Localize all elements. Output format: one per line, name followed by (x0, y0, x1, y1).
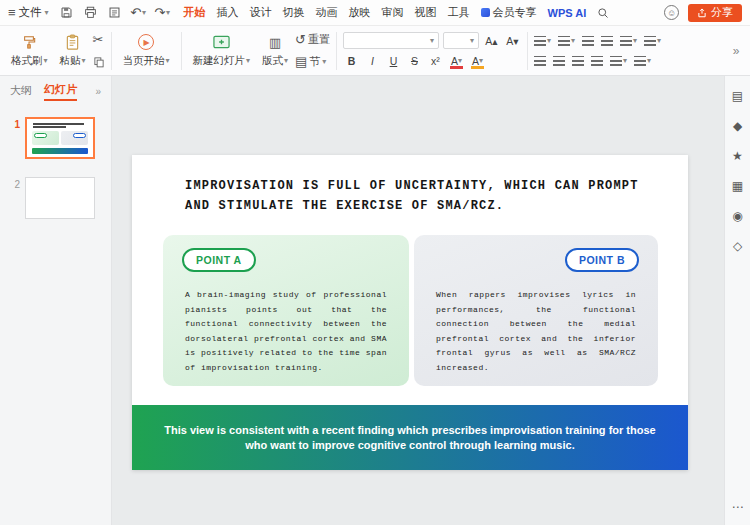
preview-button[interactable] (107, 5, 122, 20)
justify-button[interactable] (591, 54, 603, 68)
bullets-button[interactable]: ▾ (534, 34, 551, 48)
numbering-button[interactable]: ▾ (558, 34, 575, 48)
increase-indent-button[interactable] (601, 34, 613, 48)
print-button[interactable] (83, 5, 98, 20)
file-menu[interactable]: ≡ 文件 ▾ (8, 5, 49, 20)
divider (111, 32, 112, 70)
new-slide-icon (213, 35, 230, 49)
columns-icon (644, 36, 656, 46)
chevron-down-icon: ▾ (322, 58, 326, 66)
tab-slideshow[interactable]: 放映 (349, 5, 371, 20)
line-spacing-button[interactable]: ▾ (634, 54, 651, 68)
slide-number: 1 (5, 117, 20, 130)
format-painter-button[interactable]: 格式刷▾ (6, 31, 53, 70)
properties-icon[interactable]: ▤ (730, 88, 746, 104)
tab-slides[interactable]: 幻灯片 (44, 82, 77, 101)
tab-tools[interactable]: 工具 (448, 5, 470, 20)
tab-insert[interactable]: 插入 (217, 5, 239, 20)
panel-tabs: 大纲 幻灯片 » (0, 76, 111, 105)
font-family-select[interactable]: ▾ (343, 32, 439, 49)
numbering-icon (558, 36, 570, 46)
point-b-pill[interactable]: POINT B (565, 248, 639, 272)
font-color-button[interactable]: A▾ (448, 53, 465, 69)
cut-button[interactable]: ✂ (93, 32, 105, 47)
panel-expand-icon[interactable]: » (95, 86, 101, 97)
save-icon (60, 6, 73, 19)
search-button[interactable] (597, 7, 609, 19)
paste-button[interactable]: 粘贴▾ (53, 31, 93, 70)
divider (336, 32, 337, 70)
tab-review[interactable]: 审阅 (382, 5, 404, 20)
tab-transition[interactable]: 切换 (283, 5, 305, 20)
point-a-textbox[interactable]: A brain-imaging study of professional pi… (185, 288, 387, 375)
point-b-textbox[interactable]: When rappers improvises lyrics in perfor… (436, 288, 636, 375)
tab-view[interactable]: 视图 (415, 5, 437, 20)
distribute-button[interactable]: ▾ (610, 54, 627, 68)
underline-button[interactable]: U (385, 53, 402, 69)
editing-canvas[interactable]: IMPROVISATION IS FULL OF UNCERTAINTY, WH… (112, 76, 724, 525)
slide-title-textbox[interactable]: IMPROVISATION IS FULL OF UNCERTAINTY, WH… (185, 176, 657, 216)
slide-thumbnail-row-1: 1 (5, 117, 106, 159)
new-slide-button[interactable]: 新建幻灯片▾ (188, 31, 256, 70)
align-right-button[interactable] (572, 54, 584, 68)
tab-design[interactable]: 设计 (250, 5, 272, 20)
decrease-font-button[interactable]: A▾ (504, 33, 521, 49)
tab-member[interactable]: 会员专享 (481, 5, 537, 20)
point-b-box[interactable]: POINT B When rappers improvises lyrics i… (414, 235, 658, 386)
play-from-current-button[interactable]: ▶ 当页开始▾ (118, 31, 175, 70)
divider (181, 32, 182, 70)
bold-button[interactable]: B (343, 53, 360, 69)
chevron-down-icon: ▾ (470, 37, 474, 45)
mini-title-line (33, 126, 66, 128)
share-button[interactable]: 分享 (688, 4, 742, 22)
tab-outline[interactable]: 大纲 (10, 83, 32, 100)
copy-button[interactable] (93, 54, 105, 69)
chevron-down-icon: ▾ (479, 57, 483, 65)
save-button[interactable] (59, 5, 74, 20)
text-direction-button[interactable]: ▾ (620, 34, 637, 48)
more-tools-icon[interactable]: ⋯ (730, 499, 746, 515)
tab-animation[interactable]: 动画 (316, 5, 338, 20)
italic-button[interactable]: I (364, 53, 381, 69)
justify-icon (591, 56, 603, 66)
ribbon-expand-button[interactable]: » (728, 34, 744, 68)
comments-icon[interactable]: ◉ (730, 208, 746, 224)
slide-thumbnail-1[interactable] (25, 117, 95, 159)
slide-thumbnail-2[interactable] (25, 177, 95, 219)
tools-icon[interactable]: ◇ (730, 238, 746, 254)
point-a-pill[interactable]: POINT A (182, 248, 256, 272)
member-badge-icon (481, 8, 490, 17)
reset-button[interactable]: ↺重置 (295, 32, 330, 47)
theme-icon[interactable]: ☺ (664, 5, 679, 20)
section-button[interactable]: ▤节▾ (295, 54, 330, 69)
tab-member-label: 会员专享 (493, 5, 537, 20)
align-left-button[interactable] (534, 54, 546, 68)
ribbon-tabs: 开始 插入 设计 切换 动画 放映 审阅 视图 工具 会员专享 WPS AI (184, 5, 610, 20)
undo-button[interactable]: ↶ ▾ (131, 5, 146, 20)
point-a-box[interactable]: POINT A A brain-imaging study of profess… (163, 235, 409, 386)
align-center-button[interactable] (553, 54, 565, 68)
chevron-down-icon: ▾ (246, 57, 250, 65)
highlight-color-button[interactable]: A▾ (469, 53, 486, 69)
mini-point-boxes (30, 131, 90, 145)
superscript-button[interactable]: x² (427, 53, 444, 69)
slide-1[interactable]: IMPROVISATION IS FULL OF UNCERTAINTY, WH… (132, 155, 688, 470)
favorites-icon[interactable]: ★ (730, 148, 746, 164)
tab-home[interactable]: 开始 (184, 5, 206, 20)
redo-button[interactable]: ↷ ▾ (155, 5, 170, 20)
tab-wps-ai[interactable]: WPS AI (548, 7, 587, 19)
titlebar: ≡ 文件 ▾ ↶ ▾ ↷ ▾ 开始 插入 设计 切换 动画 放映 审阅 视图 工… (0, 0, 750, 26)
conclusion-banner[interactable]: This view is consistent with a recent fi… (132, 405, 688, 470)
increase-font-button[interactable]: A▴ (483, 33, 500, 49)
slide-thumbnail-list: 1 2 (0, 105, 111, 231)
resources-icon[interactable]: ▦ (730, 178, 746, 194)
font-size-select[interactable]: ▾ (443, 32, 479, 49)
columns-button[interactable]: ▾ (644, 34, 661, 48)
decrease-indent-button[interactable] (582, 34, 594, 48)
divider (527, 32, 528, 70)
strikethrough-button[interactable]: S (406, 53, 423, 69)
distribute-icon (610, 56, 622, 66)
format-painter-label: 格式刷 (11, 54, 43, 68)
smart-design-icon[interactable]: ◆ (730, 118, 746, 134)
layout-button[interactable]: ▥ 版式▾ (255, 31, 295, 70)
